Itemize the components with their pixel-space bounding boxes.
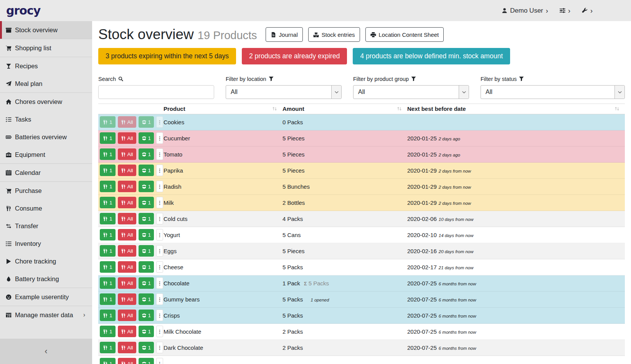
row-menu-button[interactable]: ⋮ [156, 197, 163, 208]
sidebar-item-stock-overview[interactable]: Stock overview [0, 21, 92, 39]
sidebar-item-equipment[interactable]: Equipment [0, 146, 92, 163]
sidebar-item-chores-overview[interactable]: Chores overview [0, 93, 92, 110]
consume-all-button[interactable]: All [118, 165, 136, 176]
consume-one-button[interactable]: 1 [100, 181, 116, 192]
sidebar-item-battery-tracking[interactable]: Battery tracking [0, 270, 92, 288]
consume-all-button[interactable]: All [118, 293, 136, 305]
location-content-sheet-button[interactable]: Location Content Sheet [365, 27, 444, 42]
sidebar-collapse-button[interactable]: ‹ [0, 339, 92, 364]
stock-entries-button[interactable]: Stock entries [308, 27, 360, 42]
consume-all-button[interactable]: All [118, 132, 136, 144]
column-header-next-best-before-date[interactable]: Next best before date [407, 105, 625, 112]
consume-all-button[interactable]: All [118, 181, 136, 192]
row-menu-button[interactable]: ⋮ [156, 148, 163, 160]
settings-menu[interactable]: › [560, 7, 570, 14]
column-header-product[interactable]: Product [164, 105, 282, 112]
consume-all-button[interactable]: All [118, 261, 136, 273]
user-menu[interactable]: Demo User › [502, 7, 548, 15]
row-menu-button[interactable]: ⋮ [156, 310, 163, 321]
open-one-button[interactable]: 1 [139, 310, 154, 321]
row-menu-button[interactable]: ⋮ [156, 326, 163, 337]
open-one-button[interactable]: 1 [139, 181, 154, 192]
sidebar-item-consume[interactable]: Consume [0, 199, 92, 217]
open-one-button[interactable]: 1 [139, 213, 154, 224]
row-menu-button[interactable]: ⋮ [156, 132, 163, 144]
consume-all-button[interactable]: All [118, 342, 136, 353]
row-menu-button[interactable]: ⋮ [156, 261, 163, 273]
consume-one-button[interactable]: 1 [100, 197, 116, 208]
consume-one-button[interactable]: 1 [100, 148, 116, 160]
consume-one-button[interactable]: 1 [100, 229, 116, 240]
sidebar-item-purchase[interactable]: Purchase [0, 182, 92, 199]
open-one-button[interactable]: 1 [139, 277, 154, 289]
sidebar-item-tasks[interactable]: Tasks [0, 110, 92, 128]
row-menu-button[interactable]: ⋮ [156, 358, 163, 364]
app-logo[interactable]: grocy [6, 4, 40, 17]
consume-all-button[interactable]: All [118, 326, 136, 337]
open-one-button[interactable]: 1 [139, 358, 154, 364]
consume-all-button[interactable]: All [118, 197, 136, 208]
open-one-button[interactable]: 1 [139, 326, 154, 337]
row-menu-button[interactable]: ⋮ [156, 181, 163, 192]
sidebar-item-meal-plan[interactable]: Meal plan [0, 75, 92, 92]
consume-one-button[interactable]: 1 [100, 277, 116, 289]
consume-all-button[interactable]: All [118, 277, 136, 289]
consume-one-button[interactable]: 1 [100, 261, 116, 273]
below-min-stock-alert[interactable]: 4 products are below defined min. stock … [353, 48, 510, 64]
open-one-button[interactable]: 1 [139, 132, 154, 144]
open-one-button[interactable]: 1 [139, 197, 154, 208]
consume-one-button[interactable]: 1 [100, 342, 116, 353]
consume-one-button[interactable]: 1 [100, 116, 116, 128]
open-one-button[interactable]: 1 [139, 293, 154, 305]
column-header-amount[interactable]: Amount [282, 105, 407, 112]
consume-all-button[interactable]: All [118, 245, 136, 257]
sidebar-item-example-userentity[interactable]: Example userentity [0, 288, 92, 306]
consume-all-button[interactable]: All [118, 116, 136, 128]
open-one-button[interactable]: 1 [139, 165, 154, 176]
consume-all-button[interactable]: All [118, 213, 136, 224]
sidebar-item-chore-tracking[interactable]: Chore tracking [0, 252, 92, 270]
sidebar-item-transfer[interactable]: Transfer [0, 217, 92, 235]
date-cell: 2020-02-1620 days from now [407, 248, 625, 254]
row-menu-button[interactable]: ⋮ [156, 277, 163, 289]
expired-products-alert[interactable]: 2 products are already expired [242, 48, 347, 64]
consume-one-button[interactable]: 1 [100, 213, 116, 224]
search-input[interactable] [98, 85, 214, 99]
sidebar-item-recipes[interactable]: Recipes [0, 57, 92, 75]
sidebar-item-calendar[interactable]: Calendar [0, 164, 92, 181]
row-menu-button[interactable]: ⋮ [156, 213, 163, 224]
location-select[interactable]: All [226, 85, 342, 99]
open-one-button[interactable]: 1 [139, 342, 154, 353]
open-one-button[interactable]: 1 [139, 261, 154, 273]
sidebar-item-shopping-list[interactable]: Shopping list [0, 39, 92, 57]
consume-one-button[interactable]: 1 [100, 293, 116, 305]
open-one-button[interactable]: 1 [139, 116, 154, 128]
sidebar-item-manage-master-data[interactable]: Manage master data › [0, 306, 92, 324]
open-one-button[interactable]: 1 [139, 148, 154, 160]
consume-all-button[interactable]: All [118, 229, 136, 240]
product-group-select[interactable]: All [353, 85, 469, 99]
sidebar-item-inventory[interactable]: Inventory [0, 235, 92, 252]
sidebar-item-batteries-overview[interactable]: Batteries overview [0, 128, 92, 146]
row-menu-button[interactable]: ⋮ [156, 116, 163, 128]
consume-one-button[interactable]: 1 [100, 326, 116, 337]
row-menu-button[interactable]: ⋮ [156, 165, 163, 176]
consume-one-button[interactable]: 1 [100, 165, 116, 176]
consume-all-button[interactable]: All [118, 310, 136, 321]
open-one-button[interactable]: 1 [139, 229, 154, 240]
consume-one-button[interactable]: 1 [100, 245, 116, 257]
row-menu-button[interactable]: ⋮ [156, 245, 163, 257]
open-one-button[interactable]: 1 [139, 245, 154, 257]
consume-all-button[interactable]: All [118, 148, 136, 160]
consume-all-button[interactable]: All [118, 358, 136, 364]
journal-button[interactable]: Journal [266, 27, 303, 42]
expiring-products-alert[interactable]: 3 products expiring within the next 5 da… [98, 48, 236, 64]
consume-one-button[interactable]: 1 [100, 310, 116, 321]
row-menu-button[interactable]: ⋮ [156, 229, 163, 240]
row-menu-button[interactable]: ⋮ [156, 293, 163, 305]
status-select[interactable]: All [481, 85, 625, 99]
consume-one-button[interactable]: 1 [100, 132, 116, 144]
admin-menu[interactable]: › [582, 7, 593, 14]
row-menu-button[interactable]: ⋮ [156, 342, 163, 353]
consume-one-button[interactable]: 1 [100, 358, 116, 364]
